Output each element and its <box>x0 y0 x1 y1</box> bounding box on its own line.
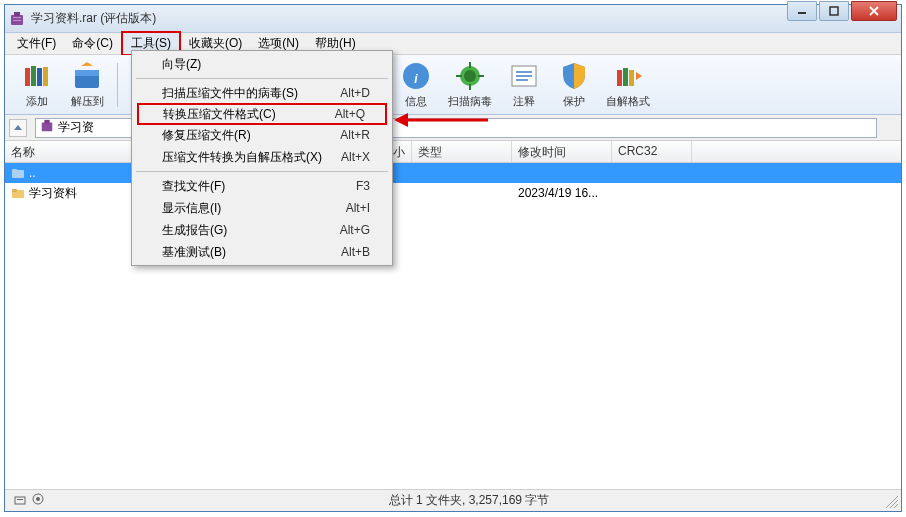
minimize-button[interactable] <box>787 1 817 21</box>
tool-extract[interactable]: 解压到 <box>63 56 111 113</box>
window-title: 学习资料.rar (评估版本) <box>31 10 785 27</box>
menu-file[interactable]: 文件(F) <box>9 33 64 54</box>
dd-repair[interactable]: 修复压缩文件(R)Alt+R <box>134 124 390 146</box>
up-folder-icon <box>11 166 25 180</box>
tool-protect[interactable]: 保护 <box>550 56 598 113</box>
archive-icon <box>40 119 54 136</box>
dd-wizard[interactable]: 向导(Z) <box>134 53 390 75</box>
status-icon-1 <box>13 492 27 509</box>
dd-find[interactable]: 查找文件(F)F3 <box>134 175 390 197</box>
close-button[interactable] <box>851 1 897 21</box>
svg-rect-5 <box>830 7 838 15</box>
status-icon-2 <box>31 492 45 509</box>
virus-icon <box>454 60 486 92</box>
svg-rect-27 <box>42 123 53 132</box>
svg-rect-34 <box>17 499 23 500</box>
toolbar-separator <box>117 63 118 107</box>
comment-icon <box>508 60 540 92</box>
books-icon <box>21 60 53 92</box>
svg-rect-26 <box>629 70 634 86</box>
tool-scan[interactable]: 扫描病毒 <box>442 56 498 113</box>
svg-rect-6 <box>25 68 30 86</box>
col-crc[interactable]: CRC32 <box>612 141 692 162</box>
svg-rect-10 <box>75 74 99 88</box>
up-button[interactable] <box>9 119 27 137</box>
folder-icon <box>11 186 25 200</box>
shield-icon <box>558 60 590 92</box>
svg-rect-32 <box>12 189 17 192</box>
tool-info[interactable]: i 信息 <box>392 56 440 113</box>
dd-report[interactable]: 生成报告(G)Alt+G <box>134 219 390 241</box>
svg-rect-25 <box>623 68 628 86</box>
menu-commands[interactable]: 命令(C) <box>64 33 121 54</box>
dd-separator <box>136 171 388 172</box>
tools-dropdown: 向导(Z) 扫描压缩文件中的病毒(S)Alt+D 转换压缩文件格式(C)Alt+… <box>131 50 393 266</box>
tool-add[interactable]: 添加 <box>13 56 61 113</box>
svg-rect-24 <box>617 70 622 86</box>
window-controls <box>785 5 897 32</box>
svg-rect-11 <box>75 70 99 76</box>
svg-rect-30 <box>12 169 17 172</box>
col-modified[interactable]: 修改时间 <box>512 141 612 162</box>
svg-rect-28 <box>44 120 49 124</box>
svg-rect-7 <box>31 66 36 86</box>
svg-rect-4 <box>798 12 806 14</box>
status-text: 总计 1 文件夹, 3,257,169 字节 <box>45 492 893 509</box>
dd-separator <box>136 78 388 79</box>
dd-sfx[interactable]: 压缩文件转换为自解压格式(X)Alt+X <box>134 146 390 168</box>
maximize-button[interactable] <box>819 1 849 21</box>
svg-rect-9 <box>43 67 48 86</box>
svg-point-36 <box>36 497 40 501</box>
statusbar: 总计 1 文件夹, 3,257,169 字节 <box>5 489 901 511</box>
tool-sfx[interactable]: 自解格式 <box>600 56 656 113</box>
app-icon <box>9 11 25 27</box>
sfx-icon <box>612 60 644 92</box>
dd-scan-virus[interactable]: 扫描压缩文件中的病毒(S)Alt+D <box>134 82 390 104</box>
svg-rect-8 <box>37 68 42 86</box>
path-text: 学习资 <box>58 119 94 136</box>
dd-convert[interactable]: 转换压缩文件格式(C)Alt+Q <box>137 103 387 125</box>
tool-comment[interactable]: 注释 <box>500 56 548 113</box>
resize-grip[interactable] <box>885 495 899 509</box>
svg-point-15 <box>464 70 476 82</box>
svg-rect-33 <box>15 497 25 504</box>
dd-info[interactable]: 显示信息(I)Alt+I <box>134 197 390 219</box>
col-type[interactable]: 类型 <box>412 141 512 162</box>
svg-rect-3 <box>13 20 21 21</box>
dd-benchmark[interactable]: 基准测试(B)Alt+B <box>134 241 390 263</box>
svg-rect-1 <box>14 12 20 16</box>
svg-rect-2 <box>13 17 21 18</box>
titlebar[interactable]: 学习资料.rar (评估版本) <box>5 5 901 33</box>
info-icon: i <box>400 60 432 92</box>
extract-icon <box>71 60 103 92</box>
